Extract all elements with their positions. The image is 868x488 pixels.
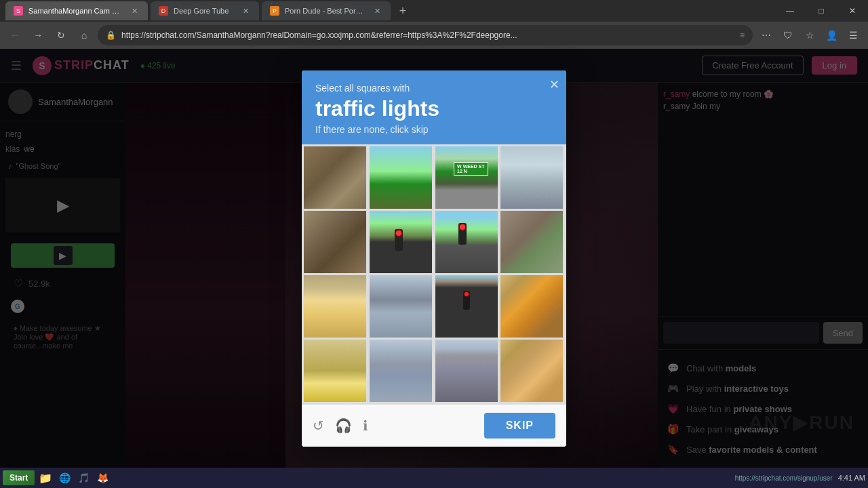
forward-button[interactable]: → [28,26,47,45]
street-sign: W WEED ST12 N [454,162,488,176]
tab-3[interactable]: P Porn Dude - Best Porn Sites & Fre... ✕ [262,1,391,20]
tab-3-favicon: P [270,6,279,16]
minimize-button[interactable]: — [774,0,806,22]
traffic-light-element [463,291,470,310]
traffic-light-element [395,229,403,251]
profile-icon[interactable]: 👤 [822,26,841,45]
start-button[interactable]: Start [3,470,35,485]
tab-3-close[interactable]: ✕ [372,5,382,16]
taskbar-clock: 4:41 AM [838,474,865,482]
tab-3-label: Porn Dude - Best Porn Sites & Fre... [285,7,366,15]
grid-cell-11[interactable] [500,275,563,338]
reader-icon: ≡ [740,30,745,40]
grid-cell-8[interactable] [304,275,366,338]
captcha-close-button[interactable]: ✕ [549,77,559,92]
tab-2-close[interactable]: ✕ [240,5,251,16]
refresh-icon[interactable]: ↺ [313,418,324,434]
tab-2-label: Deep Gore Tube [174,7,229,15]
grid-cell-14[interactable] [435,340,498,402]
taskbar-right: https://stripchat.com/signup/user 4:41 A… [735,474,865,482]
grid-cell-15[interactable] [500,340,563,402]
captcha-main-label: traffic lights [315,96,553,121]
tab-1-close[interactable]: ✕ [129,5,140,16]
grid-cell-0[interactable] [304,146,366,209]
grid-cell-6[interactable] [435,211,498,273]
shield-icon[interactable]: 🛡 [778,26,797,45]
tab-1-favicon: S [14,6,23,16]
grid-cell-2[interactable]: W WEED ST12 N [435,146,498,209]
captcha-header: ✕ Select all squares with traffic lights… [302,70,566,144]
captcha-desc-label: If there are none, click skip [315,124,553,135]
grid-cell-13[interactable] [370,340,432,402]
footer-icons-group: ↺ 🎧 ℹ [313,418,368,434]
browser-title-bar: S SamanthaMorgann Cam Model: Fr... ✕ D D… [0,0,868,22]
taskbar: Start 📁 🌐 🎵 🦊 https://stripchat.com/sign… [0,468,868,488]
refresh-button[interactable]: ↻ [52,26,71,45]
skip-button[interactable]: SKIP [484,413,555,439]
headphones-icon[interactable]: 🎧 [335,418,352,434]
taskbar-icon-explorer[interactable]: 📁 [37,470,54,486]
address-bar[interactable]: 🔒 https://stripchat.com/SamanthaMorgann?… [98,25,753,45]
grid-cell-3[interactable] [500,146,563,209]
tab-2-favicon: D [159,6,168,16]
grid-cell-5[interactable] [370,211,432,273]
maximize-button[interactable]: □ [806,0,837,22]
home-button[interactable]: ⌂ [75,26,94,45]
new-tab-button[interactable]: + [393,1,412,20]
taskbar-icon-media[interactable]: 🎵 [75,470,92,486]
close-button[interactable]: ✕ [837,0,868,22]
grid-cell-9[interactable] [370,275,432,338]
extensions-button[interactable]: ⋯ [757,26,776,45]
traffic-light-element [458,223,467,245]
captcha-footer: ↺ 🎧 ℹ SKIP [302,404,566,447]
tab-2[interactable]: D Deep Gore Tube ✕ [151,1,259,20]
nav-icons-group: ⋯ 🛡 ☆ 👤 ☰ [757,26,863,45]
menu-icon[interactable]: ☰ [844,26,863,45]
bookmark-icon[interactable]: ☆ [800,26,819,45]
captcha-overlay: ✕ Select all squares with traffic lights… [0,49,868,468]
tab-1[interactable]: S SamanthaMorgann Cam Model: Fr... ✕ [5,1,148,20]
grid-cell-12[interactable] [304,340,366,402]
captcha-sub-label: Select all squares with [315,83,553,94]
tab-1-label: SamanthaMorgann Cam Model: Fr... [28,7,123,15]
grid-cell-1[interactable] [370,146,432,209]
captcha-modal: ✕ Select all squares with traffic lights… [302,70,566,447]
status-url: https://stripchat.com/signup/user [735,474,833,482]
grid-cell-10[interactable] [435,275,498,338]
taskbar-icon-firefox[interactable]: 🦊 [94,470,111,486]
grid-cell-4[interactable] [304,211,366,273]
browser-nav-bar: ← → ↻ ⌂ 🔒 https://stripchat.com/Samantha… [0,22,868,49]
back-button[interactable]: ← [5,26,24,45]
security-lock-icon: 🔒 [106,30,116,40]
info-icon[interactable]: ℹ [363,418,368,434]
taskbar-icon-chrome[interactable]: 🌐 [56,470,73,486]
captcha-grid: W WEED ST12 N [302,144,566,404]
url-text: https://stripchat.com/SamanthaMorgann?re… [121,30,734,40]
grid-cell-7[interactable] [500,211,563,273]
